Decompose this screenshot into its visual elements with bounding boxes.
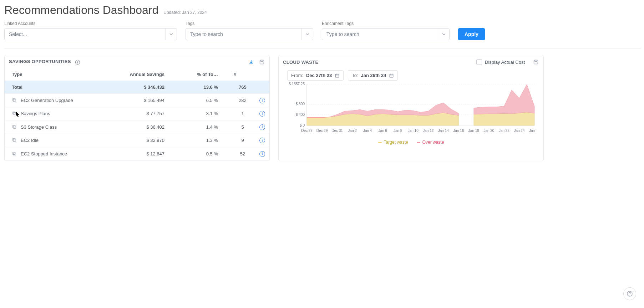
copy-icon[interactable] (12, 138, 17, 143)
svg-text:$ 400: $ 400 (296, 113, 305, 117)
svg-rect-1 (77, 62, 78, 63)
info-icon[interactable]: i (259, 98, 265, 103)
svg-text:Jan 20: Jan 20 (483, 129, 494, 133)
row-type-label: S3 Storage Class (21, 124, 57, 130)
svg-text:Jan 6: Jan 6 (378, 129, 387, 133)
svg-text:Jan 14: Jan 14 (438, 129, 449, 133)
row-type-label: EC2 Idle (21, 138, 39, 143)
svg-text:Jan 16: Jan 16 (453, 129, 464, 133)
svg-text:Jan 10: Jan 10 (408, 129, 419, 133)
row-count: 9 (230, 134, 255, 147)
savings-opportunities-title: SAVINGS OPPORTUNITIES (9, 59, 81, 65)
linked-accounts-select[interactable]: Select... (4, 28, 177, 40)
col-header-count[interactable]: # (230, 68, 255, 81)
calendar-icon (389, 73, 394, 78)
enrichment-tags-select[interactable]: Type to search (322, 28, 450, 40)
svg-text:Jan 8: Jan 8 (394, 129, 402, 133)
svg-text:Dec 29: Dec 29 (316, 129, 328, 133)
chevron-down-icon (301, 29, 313, 40)
svg-rect-12 (13, 153, 16, 155)
svg-rect-11 (13, 139, 15, 141)
svg-text:Jan 18: Jan 18 (468, 129, 479, 133)
chart-legend: Target waste Over waste (279, 140, 543, 148)
svg-text:Jan 24: Jan 24 (514, 129, 524, 133)
col-header-type[interactable]: Type (5, 68, 105, 81)
svg-text:Jan 12: Jan 12 (423, 129, 433, 133)
svg-rect-13 (13, 152, 15, 154)
row-pct: 3.1 % (179, 107, 230, 120)
row-savings: $ 77,757 (105, 107, 179, 120)
copy-icon[interactable] (12, 151, 17, 156)
svg-rect-16 (390, 74, 394, 77)
row-type-label: Savings Plans (21, 111, 50, 116)
table-row[interactable]: EC2 Generation Upgrade$ 165,4946.5 %282i (5, 94, 269, 107)
calendar-icon (335, 73, 340, 78)
table-row[interactable]: Savings Plans$ 77,7573.1 %1i (5, 107, 269, 120)
info-icon[interactable]: i (259, 111, 265, 117)
savings-opportunities-panel: SAVINGS OPPORTUNITIES (4, 55, 270, 161)
row-pct: 6.5 % (179, 94, 230, 107)
svg-text:$ 800: $ 800 (296, 102, 305, 106)
table-row[interactable]: EC2 Idle$ 32,9701.3 %9i (5, 134, 269, 147)
display-actual-cost-label: Display Actual Cost (485, 60, 525, 65)
row-count: 282 (230, 94, 255, 107)
info-icon[interactable]: i (259, 151, 265, 157)
date-to-picker[interactable]: To: Jan 26th 24 (348, 70, 398, 81)
legend-over-waste[interactable]: Over waste (422, 140, 444, 145)
filter-label-tags: Tags (186, 21, 313, 26)
svg-rect-9 (13, 125, 15, 128)
tags-select[interactable]: Type to search (186, 28, 313, 40)
svg-rect-14 (534, 60, 538, 64)
save-icon[interactable] (259, 59, 265, 65)
download-icon[interactable] (248, 59, 254, 65)
row-type-label: EC2 Generation Upgrade (21, 98, 73, 103)
svg-text:$ 0: $ 0 (300, 123, 305, 127)
info-icon[interactable]: i (259, 138, 265, 143)
savings-table: Type Annual Savings % of To… # Total $ 3… (5, 68, 269, 161)
col-header-annual-savings[interactable]: Annual Savings (105, 68, 179, 81)
tags-placeholder: Type to search (186, 31, 227, 37)
svg-text:Dec 27: Dec 27 (301, 129, 313, 133)
svg-text:Dec 31: Dec 31 (331, 129, 343, 133)
page-updated: Updated: Jan 27, 2024 (163, 10, 207, 15)
table-row[interactable]: EC2 Stopped Instance$ 12,6470.5 %52i (5, 147, 269, 161)
row-savings: $ 32,970 (105, 134, 179, 147)
table-row[interactable]: S3 Storage Class$ 36,4021.4 %5i (5, 120, 269, 134)
chevron-down-icon (438, 29, 449, 40)
svg-point-2 (77, 61, 78, 61)
svg-text:$ 1557.25: $ 1557.25 (289, 82, 305, 86)
svg-rect-7 (13, 112, 15, 114)
filter-label-linked-accounts: Linked Accounts (4, 21, 177, 26)
legend-target-waste[interactable]: Target waste (384, 140, 408, 145)
apply-button[interactable]: Apply (458, 28, 485, 40)
copy-icon[interactable] (12, 98, 17, 103)
svg-rect-3 (260, 60, 264, 64)
info-icon[interactable] (75, 59, 81, 65)
svg-rect-15 (335, 74, 339, 77)
date-from-picker[interactable]: From: Dec 27th 23 (287, 70, 344, 81)
cloud-waste-title: CLOUD WASTE (283, 60, 318, 65)
filter-bar: Linked Accounts Select... Tags Type to s… (4, 19, 641, 48)
svg-rect-10 (13, 139, 16, 142)
row-savings: $ 165,494 (105, 94, 179, 107)
svg-rect-8 (13, 126, 16, 128)
svg-rect-4 (13, 99, 16, 102)
page-title: Recommendations Dashboard (4, 4, 158, 17)
save-icon[interactable] (533, 59, 539, 65)
chevron-down-icon (165, 29, 177, 40)
info-icon[interactable]: i (259, 124, 265, 130)
row-savings: $ 36,402 (105, 120, 179, 134)
row-count: 52 (230, 147, 255, 161)
row-savings: $ 12,647 (105, 147, 179, 161)
copy-icon[interactable] (12, 111, 17, 116)
row-count: 5 (230, 120, 255, 134)
col-header-pct-total[interactable]: % of To… (179, 68, 230, 81)
display-actual-cost-checkbox[interactable] (476, 59, 482, 65)
cloud-waste-chart: $ 0$ 400$ 800$ 1557.25Dec 27Dec 29Dec 31… (286, 82, 536, 135)
total-row[interactable]: Total $ 346,432 13.6 % 765 (5, 81, 269, 94)
copy-icon[interactable] (12, 124, 17, 130)
row-type-label: EC2 Stopped Instance (21, 151, 67, 156)
svg-text:Jan 22: Jan 22 (499, 129, 509, 133)
svg-text:Jan 4: Jan 4 (363, 129, 372, 133)
svg-rect-6 (13, 113, 16, 115)
